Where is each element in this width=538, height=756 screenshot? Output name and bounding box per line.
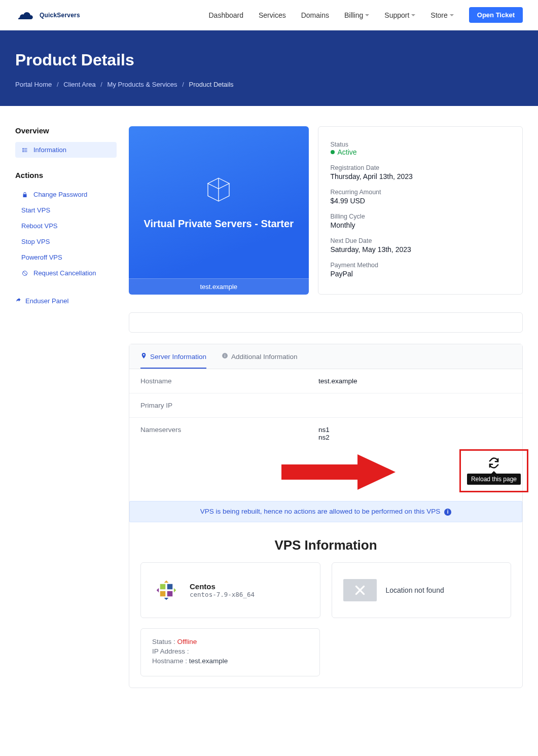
ns-values: ns1 ns2	[318, 426, 330, 441]
nav-domains[interactable]: Domains	[301, 11, 329, 19]
svg-rect-15	[167, 591, 173, 596]
breadcrumb-portal-home[interactable]: Portal Home	[15, 81, 52, 88]
content: Virtual Private Servers - Starter test.e…	[129, 126, 523, 688]
sidebar-item-reboot-vps[interactable]: Reboot VPS	[15, 218, 117, 234]
sidebar-item-information[interactable]: Information	[15, 142, 117, 158]
chevron-down-icon	[450, 14, 454, 16]
nav-support[interactable]: Support	[384, 11, 415, 19]
os-card: Centos centos-7.9-x86_64	[140, 562, 320, 618]
breadcrumb-current: Product Details	[189, 81, 233, 88]
svg-rect-13	[167, 584, 173, 589]
breadcrumb-client-area[interactable]: Client Area	[63, 81, 96, 88]
recurring-value: $4.99 USD	[331, 197, 511, 205]
sidebar-item-stop-vps[interactable]: Stop VPS	[15, 234, 117, 249]
vps-status-label: Status :	[152, 638, 175, 645]
brand-logo[interactable]: QuickServers	[15, 9, 80, 21]
share-icon	[15, 297, 21, 305]
empty-panel	[129, 312, 523, 333]
reload-callout: Reload this page	[129, 449, 522, 495]
refresh-icon[interactable]	[488, 457, 499, 471]
svg-rect-0	[23, 148, 24, 149]
row-hostname: Hostname test.example	[129, 369, 522, 393]
sidebar-item-poweroff-vps[interactable]: Poweroff VPS	[15, 249, 117, 265]
reload-tooltip: Reload this page	[467, 474, 521, 485]
page-title: Product Details	[15, 51, 523, 69]
sidebar-overview-title: Overview	[15, 126, 117, 135]
sidebar-item-label: Poweroff VPS	[21, 254, 62, 261]
svg-marker-17	[174, 588, 176, 592]
svg-rect-3	[24, 148, 27, 149]
chevron-down-icon	[365, 14, 369, 16]
svg-line-7	[23, 271, 27, 275]
sidebar-item-label: Reboot VPS	[21, 222, 58, 230]
nav-dashboard[interactable]: Dashboard	[209, 11, 244, 19]
nextdue-value: Saturday, May 13th, 2023	[331, 245, 511, 254]
status-dot-icon	[331, 150, 335, 154]
vps-status-value: Offline	[177, 638, 197, 645]
paymethod-value: PayPal	[331, 270, 511, 278]
sidebar-item-label: Request Cancellation	[33, 269, 96, 277]
tab-server-information[interactable]: Server Information	[140, 344, 206, 369]
cloud-icon	[15, 9, 37, 21]
cube-icon	[204, 175, 233, 206]
product-row: Virtual Private Servers - Starter test.e…	[129, 126, 523, 295]
primaryip-label: Primary IP	[140, 402, 318, 409]
open-ticket-button[interactable]: Open Ticket	[469, 7, 523, 23]
svg-rect-1	[23, 150, 24, 151]
svg-rect-4	[24, 150, 27, 150]
centos-icon	[152, 576, 181, 604]
vps-hostname-label: Hostname :	[152, 657, 187, 665]
info-icon: i	[444, 509, 451, 516]
status-value: Active	[331, 148, 511, 156]
sidebar-item-start-vps[interactable]: Start VPS	[15, 202, 117, 218]
main: Overview Information Actions Change Pass…	[0, 106, 538, 703]
svg-rect-12	[160, 584, 166, 589]
chevron-down-icon	[411, 14, 415, 16]
cycle-value: Monthly	[331, 221, 511, 229]
os-name: Centos	[190, 582, 255, 591]
sidebar-item-label: Information	[33, 146, 66, 154]
nav-services[interactable]: Services	[259, 11, 286, 19]
breadcrumb-my-products[interactable]: My Products & Services	[107, 81, 177, 88]
red-arrow-annotation	[281, 454, 396, 490]
sidebar-item-change-password[interactable]: Change Password	[15, 187, 117, 202]
lock-icon	[21, 192, 28, 198]
sidebar-actions-list: Change Password Start VPS Reboot VPS Sto…	[15, 187, 117, 281]
sidebar-item-label: Enduser Panel	[25, 297, 68, 305]
product-info-card: Status Active Registration Date Thursday…	[318, 126, 523, 295]
paymethod-label: Payment Method	[331, 262, 511, 269]
product-hostname: test.example	[129, 278, 309, 295]
sidebar-item-request-cancellation[interactable]: Request Cancellation	[15, 265, 117, 281]
tabs-head: Server Information Additional Informatio…	[129, 344, 522, 369]
reload-highlight-box: Reload this page	[459, 449, 528, 492]
location-text: Location not found	[386, 586, 444, 594]
sidebar-enduser-panel[interactable]: Enduser Panel	[15, 294, 117, 308]
nav-links: Dashboard Services Domains Billing Suppo…	[209, 11, 454, 19]
info-circle-icon	[222, 352, 228, 361]
sidebar-item-label: Start VPS	[21, 206, 50, 214]
sidebar: Overview Information Actions Change Pass…	[15, 126, 117, 308]
product-name: Virtual Private Servers - Starter	[144, 218, 294, 230]
svg-marker-16	[164, 580, 169, 582]
vps-hostname-value: test.example	[189, 657, 228, 665]
info-list-icon	[21, 147, 28, 153]
row-primary-ip: Primary IP	[129, 393, 522, 418]
svg-rect-5	[24, 151, 27, 152]
os-slug: centos-7.9-x86_64	[190, 591, 255, 598]
sidebar-overview-list: Information	[15, 142, 117, 158]
server-tabs-box: Server Information Additional Informatio…	[129, 344, 523, 688]
breadcrumb: Portal Home / Client Area / My Products …	[15, 81, 523, 88]
ban-icon	[21, 270, 28, 276]
nav-billing[interactable]: Billing	[344, 11, 369, 19]
sidebar-actions-title: Actions	[15, 171, 117, 179]
vps-ip-label: IP Address :	[152, 647, 189, 655]
nav-store[interactable]: Store	[431, 11, 453, 19]
sidebar-item-label: Change Password	[33, 191, 87, 198]
svg-marker-18	[164, 597, 169, 599]
location-card: Location not found	[332, 562, 512, 618]
tab-additional-information[interactable]: Additional Information	[222, 344, 298, 369]
ns-label: Nameservers	[140, 426, 318, 441]
svg-rect-14	[160, 591, 166, 596]
cycle-label: Billing Cycle	[331, 213, 511, 220]
brand-name: QuickServers	[40, 12, 80, 19]
